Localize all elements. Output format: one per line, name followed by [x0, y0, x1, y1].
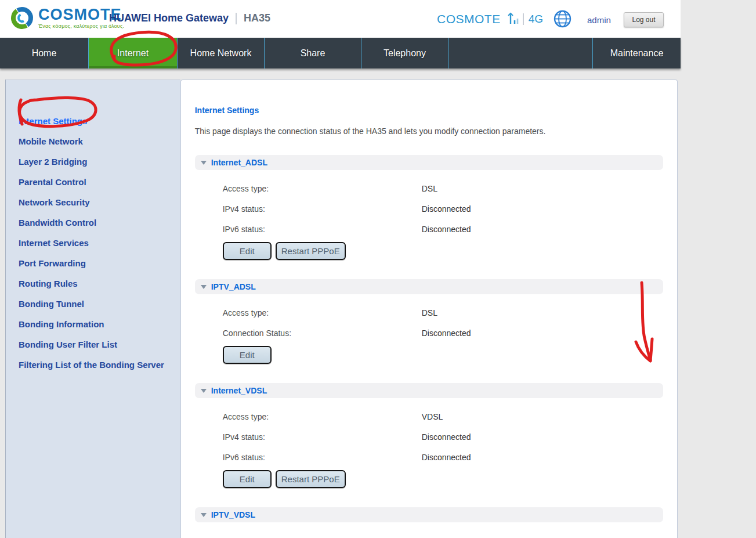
edit-button[interactable]: Edit — [223, 470, 272, 488]
nav-tab-share[interactable]: Share — [264, 38, 361, 68]
row-value: Disconnected — [422, 453, 471, 462]
sidebar-item-parental-control[interactable]: Parental Control — [6, 172, 180, 192]
row-value: Disconnected — [422, 225, 471, 234]
restart-pppoe-button[interactable]: Restart PPPoE — [276, 470, 346, 488]
header: COSMOTE Ένας κόσμος, καλύτερος για όλους… — [0, 0, 681, 38]
sidebar-item-routing-rules[interactable]: Routing Rules — [6, 273, 180, 294]
nav-tab-telephony[interactable]: Telephony — [361, 38, 448, 68]
row-value: Disconnected — [422, 204, 471, 214]
sidebar-item-network-security[interactable]: Network Security — [6, 192, 180, 212]
main-panel: Internet Settings This page displays the… — [180, 80, 678, 538]
section-internet-adsl: Internet_ADSL Access type: DSL IPv4 stat… — [195, 155, 663, 262]
sidebar-item-bonding-user-filter-list[interactable]: Bonding User Filter List — [6, 334, 180, 355]
nav-tab-home[interactable]: Home — [0, 38, 88, 68]
main-nav: Home Internet Home Network Share Telepho… — [0, 38, 681, 68]
section-header-internet-vdsl[interactable]: Internet_VDSL — [195, 383, 663, 398]
button-row: Edit — [223, 346, 272, 364]
section-title: Internet_VDSL — [211, 386, 267, 395]
sidebar: Internet Settings Mobile Network Layer 2… — [6, 80, 180, 538]
section-title: IPTV_ADSL — [211, 282, 256, 291]
section-iptv-adsl: IPTV_ADSL Access type: DSL Connection St… — [195, 279, 663, 366]
title-divider — [236, 13, 237, 24]
collapse-triangle-icon — [201, 161, 207, 165]
sidebar-item-internet-services[interactable]: Internet Services — [6, 233, 180, 253]
sidebar-item-bonding-tunnel[interactable]: Bonding Tunnel — [6, 294, 180, 314]
edit-button[interactable]: Edit — [223, 242, 272, 260]
section-title: IPTV_VDSL — [211, 510, 255, 519]
sidebar-item-internet-settings[interactable]: Internet Settings — [6, 111, 180, 131]
status-divider — [523, 13, 524, 25]
collapse-triangle-icon — [201, 285, 207, 289]
signal-antenna-icon — [505, 12, 520, 26]
nav-tab-home-network[interactable]: Home Network — [177, 38, 264, 68]
row-label: IPv4 status: — [223, 204, 265, 214]
row-value: Disconnected — [422, 328, 471, 338]
sidebar-item-layer2-bridging[interactable]: Layer 2 Bridging — [6, 151, 180, 172]
edit-button[interactable]: Edit — [223, 346, 272, 364]
row-label: IPv6 status: — [223, 225, 265, 234]
row-value: VDSL — [422, 412, 443, 421]
cosmote-logo: COSMOTE Ένας κόσμος, καλύτερος για όλους… — [9, 5, 124, 31]
section-iptv-vdsl: IPTV_VDSL — [195, 507, 663, 522]
section-header-internet-adsl[interactable]: Internet_ADSL — [195, 155, 663, 170]
connection-status-area: COSMOTE 4G — [437, 0, 571, 38]
sidebar-item-filtering-list-bonding-server[interactable]: Filtering List of the Bonding Server — [6, 355, 180, 375]
button-row: Edit Restart PPPoE — [223, 242, 346, 260]
collapse-triangle-icon — [201, 389, 207, 393]
collapse-triangle-icon — [201, 513, 207, 517]
sidebar-item-port-forwarding[interactable]: Port Forwarding — [6, 253, 180, 273]
section-title: Internet_ADSL — [211, 158, 267, 167]
row-label: IPv6 status: — [223, 453, 265, 462]
row-label: IPv4 status: — [223, 432, 265, 442]
sidebar-item-bonding-information[interactable]: Bonding Information — [6, 314, 180, 334]
gateway-model: HA35 — [244, 12, 270, 24]
section-header-iptv-vdsl[interactable]: IPTV_VDSL — [195, 507, 663, 522]
row-label: Access type: — [223, 412, 269, 421]
page-description: This page displays the connection status… — [195, 127, 546, 136]
row-label: Access type: — [223, 184, 269, 193]
logged-in-user: admin — [587, 15, 611, 25]
page-title: Internet Settings — [195, 106, 259, 115]
nav-tab-internet[interactable]: Internet — [88, 38, 177, 68]
row-label: Access type: — [223, 308, 269, 317]
logout-button[interactable]: Log out — [624, 12, 664, 27]
restart-pppoe-button[interactable]: Restart PPPoE — [276, 242, 346, 260]
button-row: Edit Restart PPPoE — [223, 470, 346, 488]
section-header-iptv-adsl[interactable]: IPTV_ADSL — [195, 279, 663, 294]
row-label: Connection Status: — [223, 328, 291, 338]
carrier-name: COSMOTE — [437, 12, 501, 26]
row-value: Disconnected — [422, 432, 471, 442]
sidebar-item-bandwidth-control[interactable]: Bandwidth Control — [6, 212, 180, 233]
sidebar-item-mobile-network[interactable]: Mobile Network — [6, 131, 180, 151]
nav-tab-spacer — [448, 38, 592, 68]
globe-icon[interactable] — [554, 10, 571, 28]
row-value: DSL — [422, 184, 437, 193]
row-value: DSL — [422, 308, 437, 317]
gateway-title: HUAWEI Home Gateway HA35 — [109, 12, 270, 24]
cosmote-swirl-icon — [9, 5, 35, 31]
section-internet-vdsl: Internet_VDSL Access type: VDSL IPv4 sta… — [195, 383, 663, 490]
nav-tab-maintenance[interactable]: Maintenance — [592, 38, 681, 68]
network-mode-badge: 4G — [529, 13, 543, 26]
gateway-title-text: HUAWEI Home Gateway — [109, 12, 229, 24]
content-area: Internet Settings Mobile Network Layer 2… — [5, 80, 678, 538]
